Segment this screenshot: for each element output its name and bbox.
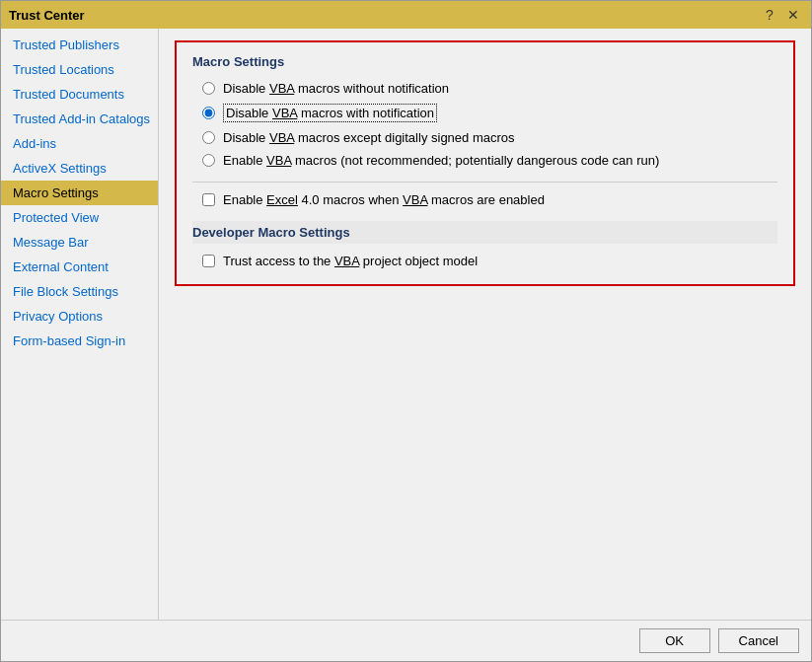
macro-settings-box: Macro Settings Disable VBA macros withou… <box>175 40 795 286</box>
dialog-footer: OK Cancel <box>1 620 811 661</box>
title-bar: Trust Center ? ✕ <box>1 1 811 29</box>
sidebar-item-trusted-documents[interactable]: Trusted Documents <box>1 82 158 107</box>
sidebar-item-form-based-sign-in[interactable]: Form-based Sign-in <box>1 329 158 353</box>
radio-input-4[interactable] <box>202 154 215 167</box>
cancel-button[interactable]: Cancel <box>718 628 799 653</box>
sidebar-item-file-block-settings[interactable]: File Block Settings <box>1 279 158 304</box>
sidebar: Trusted PublishersTrusted LocationsTrust… <box>1 29 159 620</box>
vba-underline-4: VBA <box>266 153 291 168</box>
radio-option-4[interactable]: Enable VBA macros (not recommended; pote… <box>202 153 777 168</box>
radio-label-1: Disable VBA macros without notification <box>223 81 449 96</box>
ok-button[interactable]: OK <box>639 628 710 653</box>
vba-underline-3: VBA <box>269 130 294 145</box>
excel-underline: Excel <box>266 192 298 207</box>
radio-option-1[interactable]: Disable VBA macros without notification <box>202 81 777 96</box>
developer-section-title: Developer Macro Settings <box>192 221 777 244</box>
sidebar-item-trusted-locations[interactable]: Trusted Locations <box>1 57 158 82</box>
sidebar-item-add-ins[interactable]: Add-ins <box>1 131 158 156</box>
macro-settings-title: Macro Settings <box>192 54 777 69</box>
help-button[interactable]: ? <box>760 5 779 25</box>
checkbox-group-1: Enable Excel 4.0 macros when VBA macros … <box>192 192 777 207</box>
trust-center-dialog: Trust Center ? ✕ Trusted PublishersTrust… <box>0 0 812 662</box>
sidebar-item-privacy-options[interactable]: Privacy Options <box>1 304 158 329</box>
main-content: Macro Settings Disable VBA macros withou… <box>159 29 811 620</box>
sidebar-item-protected-view[interactable]: Protected View <box>1 205 158 230</box>
checkbox-vba-project-label: Trust access to the VBA project object m… <box>223 254 478 268</box>
close-button[interactable]: ✕ <box>783 5 803 25</box>
vba-underline-6: VBA <box>334 254 359 268</box>
developer-section: Developer Macro Settings Trust access to… <box>192 221 777 268</box>
sidebar-item-macro-settings[interactable]: Macro Settings <box>1 181 158 205</box>
dialog-body: Trusted PublishersTrusted LocationsTrust… <box>1 29 811 620</box>
checkbox-excel-label: Enable Excel 4.0 macros when VBA macros … <box>223 192 545 207</box>
radio-label-3: Disable VBA macros except digitally sign… <box>223 130 515 145</box>
sidebar-item-trusted-publishers[interactable]: Trusted Publishers <box>1 33 158 57</box>
checkbox-group-developer: Trust access to the VBA project object m… <box>192 254 777 268</box>
sidebar-item-activex-settings[interactable]: ActiveX Settings <box>1 156 158 181</box>
radio-label-2: Disable VBA macros with notification <box>223 104 437 122</box>
checkbox-excel-input[interactable] <box>202 193 215 206</box>
sidebar-item-external-content[interactable]: External Content <box>1 255 158 279</box>
checkbox-vba-project[interactable]: Trust access to the VBA project object m… <box>202 254 777 268</box>
sidebar-item-message-bar[interactable]: Message Bar <box>1 230 158 255</box>
vba-underline-1: VBA <box>269 81 294 96</box>
divider-1 <box>192 182 777 183</box>
radio-input-1[interactable] <box>202 82 215 95</box>
dialog-title: Trust Center <box>9 8 85 23</box>
radio-label-4: Enable VBA macros (not recommended; pote… <box>223 153 659 168</box>
sidebar-item-trusted-add-in-catalogs[interactable]: Trusted Add-in Catalogs <box>1 107 158 131</box>
radio-option-2[interactable]: Disable VBA macros with notification <box>202 104 777 122</box>
checkbox-vba-project-input[interactable] <box>202 255 215 267</box>
radio-input-2[interactable] <box>202 107 215 119</box>
vba-underline-5: VBA <box>403 192 427 207</box>
title-bar-controls: ? ✕ <box>760 5 803 25</box>
radio-option-3[interactable]: Disable VBA macros except digitally sign… <box>202 130 777 145</box>
radio-input-3[interactable] <box>202 131 215 144</box>
vba-underline-2: VBA <box>272 106 297 120</box>
checkbox-excel-macros[interactable]: Enable Excel 4.0 macros when VBA macros … <box>202 192 777 207</box>
macro-radio-group: Disable VBA macros without notification … <box>192 81 777 168</box>
